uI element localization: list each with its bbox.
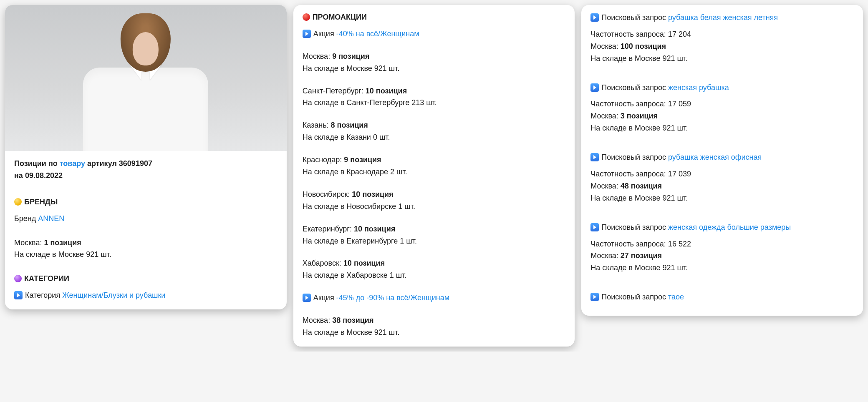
query-link[interactable]: рубашка белая женская летняя	[668, 13, 778, 22]
category-line: Категория Женщинам/Блузки и рубашки	[14, 290, 278, 302]
city-block: Новосибирск: 10 позицияНа складе в Новос…	[303, 189, 566, 213]
article-text: артикул 36091907	[85, 159, 152, 168]
city-prefix: Екатеринбург:	[303, 225, 354, 233]
card-product: Позиции по товару артикул 36091907 на 09…	[5, 5, 287, 309]
query-stock-line: На складе в Москве 921 шт.	[590, 262, 854, 274]
city-block: Москва: 38 позицияНа складе в Москве 921…	[303, 315, 566, 339]
category-link[interactable]: Женщинам/Блузки и рубашки	[62, 291, 165, 299]
query-frequency: Частотность запроса: 16 522	[590, 239, 854, 250]
city-block: Екатеринбург: 10 позицияНа складе в Екат…	[303, 224, 566, 247]
query-city-line: Москва: 3 позиция	[590, 111, 854, 122]
brand-city-prefix: Москва:	[14, 239, 44, 247]
city-value: 10 позиция	[352, 190, 393, 198]
query-label: Поисковый запрос	[601, 153, 668, 161]
query-link[interactable]: таое	[668, 293, 684, 301]
promos-heading-text: ПРОМОАКЦИИ	[313, 13, 367, 21]
query-link[interactable]: женская рубашка	[668, 83, 729, 92]
play-icon	[590, 83, 599, 92]
query-line: Поисковый запрос женская рубашка	[590, 82, 854, 94]
stock-line: На складе в Казани 0 шт.	[303, 132, 566, 143]
query-frequency: Частотность запроса: 17 039	[590, 168, 854, 180]
play-icon	[590, 293, 599, 301]
city-prefix: Казань:	[303, 121, 331, 129]
city-position-line: Хабаровск: 10 позиция	[303, 258, 566, 269]
card-queries: Поисковый запрос рубашка белая женская л…	[581, 5, 863, 316]
brand-label: Бренд	[14, 214, 38, 223]
play-icon	[303, 294, 311, 302]
stock-line: На складе в Санкт-Петербурге 213 шт.	[303, 97, 566, 109]
promo2-link[interactable]: -45% до -90% на всё/Женщинам	[336, 294, 449, 302]
purple-circle-icon	[14, 275, 22, 282]
play-icon	[590, 223, 599, 231]
city-prefix: Краснодар:	[303, 156, 344, 164]
stock-line: На складе в Москве 921 шт.	[303, 327, 566, 339]
query-label: Поисковый запрос	[601, 223, 668, 231]
city-prefix: Новосибирск:	[303, 190, 352, 198]
brand-link[interactable]: ANNEN	[38, 214, 64, 223]
query-city-prefix: Москва:	[590, 112, 620, 120]
city-block: Краснодар: 9 позицияНа складе в Краснода…	[303, 154, 566, 178]
query-city-value: 27 позиция	[621, 251, 662, 260]
query-label: Поисковый запрос	[601, 293, 668, 301]
categories-heading: КАТЕГОРИИ	[14, 273, 278, 285]
positions-line: Позиции по товару артикул 36091907	[14, 158, 278, 170]
query-line: Поисковый запрос таое	[590, 291, 854, 303]
city-position-line: Краснодар: 9 позиция	[303, 154, 566, 166]
stock-line: На складе в Новосибирске 1 шт.	[303, 201, 566, 213]
promo1-label: Акция	[313, 30, 336, 38]
category-label: Категория	[25, 291, 62, 299]
product-link[interactable]: товару	[60, 159, 85, 168]
query-link[interactable]: рубашка женская офисная	[668, 153, 762, 161]
stock-line: На складе в Краснодаре 2 шт.	[303, 166, 566, 178]
query-line: Поисковый запрос женская одежда большие …	[590, 222, 854, 234]
card-promos: ПРОМОАКЦИИ Акция -40% на всё/Женщинам Мо…	[293, 5, 575, 347]
city-position-line: Москва: 9 позиция	[303, 51, 566, 63]
query-stock-line: На складе в Москве 921 шт.	[590, 53, 854, 65]
query-link[interactable]: женская одежда большие размеры	[668, 223, 791, 231]
city-prefix: Санкт-Петербург:	[303, 87, 366, 95]
city-block: Москва: 9 позицияНа складе в Москве 921 …	[303, 51, 566, 75]
city-position-line: Казань: 8 позиция	[303, 120, 566, 131]
city-value: 10 позиция	[354, 225, 395, 233]
promo1-link[interactable]: -40% на всё/Женщинам	[336, 30, 419, 38]
promo2-line: Акция -45% до -90% на всё/Женщинам	[303, 292, 566, 304]
city-value: 9 позиция	[344, 156, 381, 164]
query-city-value: 48 позиция	[621, 182, 662, 190]
play-icon	[14, 291, 23, 299]
query-city-line: Москва: 48 позиция	[590, 181, 854, 192]
promo1-line: Акция -40% на всё/Женщинам	[303, 28, 566, 40]
city-value: 10 позиция	[343, 259, 385, 267]
query-stock-line: На складе в Москве 921 шт.	[590, 193, 854, 204]
promo1-cities: Москва: 9 позицияНа складе в Москве 921 …	[303, 51, 566, 281]
query-city-prefix: Москва:	[590, 251, 620, 260]
play-icon	[303, 30, 311, 38]
city-block: Хабаровск: 10 позицияНа складе в Хабаров…	[303, 258, 566, 281]
query-line: Поисковый запрос рубашка белая женская л…	[590, 12, 854, 24]
brand-stock-line: На складе в Москве 921 шт.	[14, 249, 278, 261]
promo2-label: Акция	[313, 294, 336, 302]
city-value: 38 позиция	[332, 316, 373, 324]
queries-body: Поисковый запрос рубашка белая женская л…	[581, 5, 863, 316]
query-label: Поисковый запрос	[601, 13, 668, 22]
city-position-line: Санкт-Петербург: 10 позиция	[303, 85, 566, 97]
product-image	[5, 5, 287, 151]
city-prefix: Хабаровск:	[303, 259, 343, 267]
city-prefix: Москва:	[303, 52, 332, 60]
city-value: 9 позиция	[332, 52, 369, 60]
brand-city-line: Москва: 1 позиция	[14, 237, 278, 249]
promo2-cities: Москва: 38 позицияНа складе в Москве 921…	[303, 315, 566, 339]
query-city-line: Москва: 27 позиция	[590, 250, 854, 262]
cards-row: Позиции по товару артикул 36091907 на 09…	[5, 5, 863, 347]
query-frequency: Частотность запроса: 17 204	[590, 29, 854, 40]
brand-city-value: 1 позиция	[44, 239, 81, 247]
city-block: Санкт-Петербург: 10 позицияНа складе в С…	[303, 85, 566, 109]
brand-line: Бренд ANNEN	[14, 213, 278, 225]
query-line: Поисковый запрос рубашка женская офисная	[590, 152, 854, 163]
query-details: Частотность запроса: 17 039Москва: 48 по…	[590, 168, 854, 204]
city-position-line: Москва: 38 позиция	[303, 315, 566, 327]
query-city-line: Москва: 100 позиция	[590, 41, 854, 53]
positions-prefix: Позиции по	[14, 159, 60, 168]
play-icon	[590, 153, 599, 161]
city-position-line: Новосибирск: 10 позиция	[303, 189, 566, 201]
yellow-circle-icon	[14, 198, 22, 206]
